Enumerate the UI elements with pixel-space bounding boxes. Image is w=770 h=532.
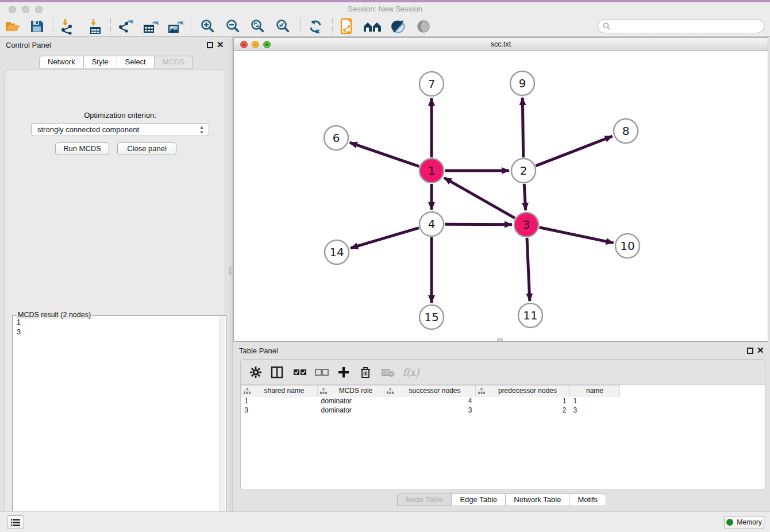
network-canvas[interactable]: 7968124314101511 [234, 51, 768, 341]
zoom-fit-icon[interactable] [249, 18, 267, 35]
node-2[interactable]: 2 [511, 159, 536, 183]
list-menu-button[interactable] [7, 515, 24, 529]
cell-successor-nodes[interactable]: 4 [384, 396, 476, 406]
cell-name[interactable]: 3 [570, 406, 620, 415]
close-table-panel-icon[interactable]: ✕ [757, 345, 764, 356]
memory-button[interactable]: Memory [724, 516, 764, 529]
edge-2-8[interactable] [536, 136, 612, 166]
tab-node-table[interactable]: Node Table [397, 494, 452, 506]
cell-mcds-role[interactable]: dominator [318, 396, 384, 406]
tab-select[interactable]: Select [117, 56, 155, 68]
save-session-icon[interactable] [28, 18, 46, 35]
delete-column-icon[interactable] [379, 364, 397, 381]
cell-predecessor-nodes[interactable]: 1 [476, 396, 570, 406]
node-label: 1 [428, 164, 436, 178]
tab-network[interactable]: Network [39, 56, 84, 68]
search-input[interactable] [611, 22, 764, 31]
edge-4-3[interactable] [445, 224, 512, 225]
close-panel-icon[interactable]: ✕ [217, 40, 224, 50]
optimization-criterion-select[interactable]: strongly connected component ▲▼ [31, 123, 209, 136]
hierarchy-icon [387, 388, 394, 394]
zoom-selected-icon[interactable] [274, 18, 292, 35]
first-neighbors-icon[interactable] [363, 18, 382, 35]
edge-3-10[interactable] [540, 228, 614, 243]
cell-name[interactable]: 1 [570, 396, 620, 406]
cell-successor-nodes[interactable]: 3 [384, 406, 476, 415]
select-all-icon[interactable] [291, 364, 309, 381]
node-4[interactable]: 4 [419, 212, 444, 236]
table-row[interactable]: 1 dominator 4 1 1 [241, 396, 620, 406]
node-7[interactable]: 7 [419, 72, 444, 96]
tab-edge-table[interactable]: Edge Table [452, 494, 506, 506]
tab-mcds[interactable]: MCDS [155, 56, 193, 68]
open-session-icon[interactable] [3, 18, 22, 35]
node-3[interactable]: 3 [514, 213, 538, 237]
close-window-icon[interactable] [9, 6, 16, 13]
edge-3-11[interactable] [527, 238, 530, 301]
deselect-all-icon[interactable] [313, 364, 330, 381]
float-table-panel-icon[interactable] [747, 348, 753, 354]
node-6[interactable]: 6 [324, 126, 348, 150]
new-network-from-selection-icon[interactable] [338, 18, 356, 35]
node-8[interactable]: 8 [614, 119, 638, 143]
mcds-result-text[interactable]: 1 3 [13, 316, 226, 339]
import-table-icon[interactable] [86, 18, 105, 35]
add-icon[interactable] [335, 364, 352, 381]
column-header[interactable]: predecessor nodes [476, 385, 570, 396]
table-tabs: Node Table Edge Table Network Table Moti… [233, 494, 770, 506]
cell-shared-name[interactable]: 3 [241, 406, 318, 415]
column-header[interactable]: successor nodes [384, 385, 476, 396]
edge-2-3[interactable] [524, 184, 525, 210]
control-panel-tabs: Network Style Select MCDS [39, 56, 193, 68]
tab-network-table[interactable]: Network Table [506, 494, 569, 506]
refresh-layout-icon[interactable] [306, 18, 325, 35]
result-scrollbar[interactable] [219, 317, 225, 532]
minimize-view-icon[interactable]: − [252, 41, 259, 48]
table-inset: f(x) shared name MCDS role successor nod… [240, 359, 765, 490]
cell-shared-name[interactable]: 1 [241, 396, 318, 406]
zoom-out-icon[interactable] [224, 18, 242, 35]
maximize-window-icon[interactable] [35, 6, 43, 13]
search-field[interactable] [598, 19, 764, 33]
close-view-icon[interactable]: × [240, 41, 248, 48]
tab-motifs[interactable]: Motifs [569, 494, 606, 506]
node-15[interactable]: 15 [419, 305, 444, 329]
minimize-window-icon[interactable] [22, 6, 29, 13]
show-graphics-details-icon[interactable] [388, 18, 407, 35]
birds-eye-view-icon[interactable] [414, 18, 433, 35]
tab-style[interactable]: Style [84, 56, 117, 68]
column-header[interactable]: name [570, 385, 620, 396]
panel-splitter-handle[interactable] [229, 267, 233, 275]
edge-3-1[interactable] [444, 178, 515, 218]
node-11[interactable]: 11 [518, 303, 542, 327]
node-10[interactable]: 10 [615, 234, 640, 258]
column-header[interactable]: shared name [241, 385, 318, 396]
gear-icon[interactable] [248, 364, 264, 381]
edge-2-9[interactable] [522, 98, 523, 157]
edge-4-14[interactable] [351, 228, 419, 248]
toolbar-separator [191, 18, 191, 34]
column-header[interactable]: MCDS role [318, 385, 384, 396]
node-14[interactable]: 14 [325, 240, 349, 264]
cell-predecessor-nodes[interactable]: 2 [476, 406, 570, 415]
network-window-titlebar[interactable]: × − + scc.txt [234, 38, 768, 51]
trash-icon[interactable] [357, 364, 374, 381]
node-1[interactable]: 1 [419, 159, 444, 183]
run-mcds-button[interactable]: Run MCDS [55, 142, 109, 155]
cell-mcds-role[interactable]: dominator [318, 406, 384, 415]
columns-icon[interactable] [268, 364, 286, 381]
export-table-icon[interactable] [141, 18, 160, 35]
export-image-icon[interactable] [166, 18, 184, 35]
export-network-icon[interactable] [116, 18, 134, 35]
close-panel-button[interactable]: Close panel [117, 142, 176, 155]
edge-1-6[interactable] [350, 142, 419, 166]
import-network-icon[interactable] [58, 18, 76, 35]
table-row[interactable]: 3 dominator 3 2 3 [241, 406, 620, 415]
search-icon [603, 22, 611, 30]
function-icon[interactable]: f(x) [401, 364, 421, 381]
maximize-view-icon[interactable]: + [263, 41, 271, 48]
network-table-splitter-handle[interactable] [497, 338, 503, 341]
node-9[interactable]: 9 [510, 71, 534, 95]
float-panel-icon[interactable] [207, 42, 213, 48]
zoom-in-icon[interactable] [199, 18, 217, 35]
